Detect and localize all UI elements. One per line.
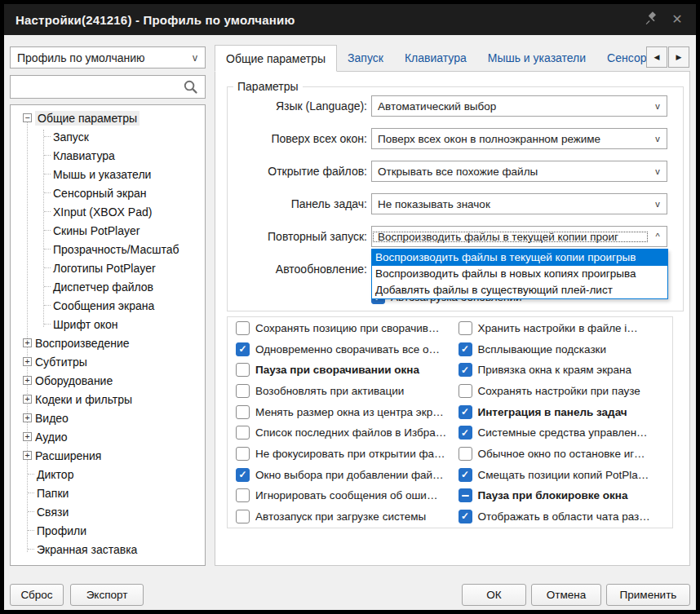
tab-scrollers: ◀ ▶ bbox=[646, 46, 689, 68]
checkbox-checked: ✓ bbox=[459, 405, 472, 419]
tree-item-диктор[interactable]: Диктор bbox=[11, 465, 205, 484]
plus-icon[interactable]: + bbox=[23, 338, 32, 347]
checkbox-option[interactable]: Не фокусировать при открытии фа… bbox=[236, 447, 450, 461]
tree-item-диспетчер-файлов[interactable]: Диспетчер файлов bbox=[11, 277, 205, 296]
checkbox-option[interactable]: ✓Смещать позиции копий PotPla… bbox=[459, 468, 673, 482]
close-button[interactable]: ✕ bbox=[668, 11, 686, 29]
checkbox-option[interactable]: Пауза при блокировке окна bbox=[459, 488, 673, 502]
param-combo-4[interactable]: Воспроизводить файлы в текущей копии про… bbox=[371, 226, 667, 247]
cancel-button[interactable]: Отмена bbox=[531, 584, 601, 606]
tree-item-скины-potplayer[interactable]: Скины PotPlayer bbox=[11, 221, 205, 240]
tree-item-запуск[interactable]: Запуск bbox=[11, 127, 205, 146]
parameters-group-legend: Параметры bbox=[233, 80, 303, 93]
checkbox-option[interactable]: Возобновлять при активации bbox=[236, 384, 450, 398]
checkbox-option[interactable]: Обычное окно по остановке иг… bbox=[459, 447, 673, 461]
tree-item-клавиатура[interactable]: Клавиатура bbox=[11, 146, 205, 165]
checkbox-option[interactable]: ✓Одновременно сворачивать все о… bbox=[236, 342, 450, 356]
check-icon: ✓ bbox=[461, 407, 469, 417]
checkbox-label: Не фокусировать при открытии фа… bbox=[255, 448, 445, 460]
tree-item-видео[interactable]: +Видео bbox=[11, 409, 205, 427]
tab-сенсор[interactable]: Сенсор bbox=[596, 45, 646, 71]
tree-item-кодеки-и-фильтры[interactable]: +Кодеки и фильтры bbox=[11, 390, 205, 409]
checkbox-label: Сохранять настройки при паузе bbox=[478, 385, 640, 397]
search-box bbox=[10, 75, 206, 99]
search-icon bbox=[183, 79, 198, 95]
param-label: Автообновление: bbox=[224, 263, 367, 276]
param-label: Язык (Language): bbox=[224, 99, 367, 113]
tree-item-xinput-xbox-pad-[interactable]: XInput (XBOX Pad) bbox=[11, 202, 205, 221]
checkbox-option[interactable]: Список последних файлов в Избра… bbox=[236, 426, 450, 440]
checkbox-option[interactable]: ✓Отображать в области чата раз… bbox=[459, 510, 673, 523]
tree-item-сенсорный-экран[interactable]: Сенсорный экран bbox=[11, 183, 205, 202]
checkbox-option[interactable]: Пауза при сворачивании окна bbox=[236, 363, 450, 377]
tree-item-логотипы-potplayer[interactable]: Логотипы PotPlayer bbox=[11, 258, 205, 277]
plus-icon[interactable]: + bbox=[23, 395, 32, 404]
checkbox-option[interactable]: Менять размер окна из центра экр… bbox=[236, 405, 450, 419]
tree-item-профили[interactable]: Профили bbox=[11, 521, 205, 540]
param-combo-3[interactable]: Не показывать значокv bbox=[371, 193, 667, 214]
checkbox-option[interactable]: Автозапуск при загрузке системы bbox=[236, 510, 450, 523]
checkbox-checked: ✓ bbox=[459, 468, 472, 482]
checkbox-option[interactable]: ✓Интеграция в панель задач bbox=[459, 405, 673, 419]
checkbox-label: Одновременно сворачивать все о… bbox=[255, 343, 440, 356]
plus-icon[interactable]: + bbox=[23, 432, 32, 441]
tree-item-папки[interactable]: Папки bbox=[11, 484, 205, 502]
tree-item-мышь-и-указатели[interactable]: Мышь и указатели bbox=[11, 165, 205, 183]
param-combo-0[interactable]: Автоматический выборv bbox=[371, 95, 667, 117]
plus-icon[interactable]: + bbox=[23, 413, 32, 422]
tree-item-аудио[interactable]: +Аудио bbox=[11, 427, 205, 446]
tab-scroll-left-button[interactable]: ◀ bbox=[646, 46, 667, 68]
param-label: Поверх всех окон: bbox=[224, 132, 367, 145]
plus-icon[interactable]: + bbox=[23, 357, 32, 366]
checkbox-label: Хранить настройки в файле i… bbox=[478, 322, 638, 334]
param-combo-2[interactable]: Открывать все похожие файлыv bbox=[371, 161, 667, 182]
chevron-down-icon: v bbox=[649, 199, 667, 209]
plus-icon[interactable]: + bbox=[23, 451, 32, 460]
tab-клавиатура[interactable]: Клавиатура bbox=[394, 45, 477, 71]
tree-item-связи[interactable]: Связи bbox=[11, 502, 205, 521]
checkbox-label: Пауза при блокировке окна bbox=[478, 489, 628, 501]
ok-button[interactable]: ОК bbox=[462, 584, 526, 606]
tree-item-экранная-заставка[interactable]: Экранная заставка bbox=[11, 540, 205, 559]
tree-item-оборудование[interactable]: +Оборудование bbox=[11, 371, 205, 390]
checkbox-option[interactable]: ✓Системные средства управлен… bbox=[459, 426, 673, 440]
checkbox-option[interactable]: ✓Привязка окна к краям экрана bbox=[459, 363, 673, 377]
search-input[interactable] bbox=[11, 76, 183, 98]
tree-item-прозрачность-масштаб[interactable]: Прозрачность/Масштаб bbox=[11, 240, 205, 258]
tree-item-расширения[interactable]: +Расширения bbox=[11, 446, 205, 465]
checkbox-option[interactable]: Игнорировать сообщения об оши… bbox=[236, 488, 450, 502]
checkbox-option[interactable]: Сохранять настройки при паузе bbox=[459, 384, 673, 398]
tree-item-субтитры[interactable]: +Субтитры bbox=[11, 352, 205, 371]
param-combo-1[interactable]: Поверх всех окон в полноэкранном режимеv bbox=[371, 128, 667, 149]
minus-icon[interactable]: − bbox=[23, 113, 32, 122]
checkbox-option[interactable]: Сохранять позицию при сворачив… bbox=[236, 321, 450, 335]
param-label: Повторный запуск: bbox=[224, 230, 367, 243]
checkbox-option[interactable]: ✓Окно выбора при добавлении фай… bbox=[236, 468, 450, 482]
droplist-item[interactable]: Воспроизводить файлы в новых копиях прои… bbox=[372, 266, 667, 282]
plus-icon[interactable]: + bbox=[23, 376, 32, 385]
tab-scroll-right-button[interactable]: ▶ bbox=[668, 46, 689, 68]
tab-мышь-и-указатели[interactable]: Мышь и указатели bbox=[477, 45, 596, 71]
export-button[interactable]: Экспорт bbox=[70, 584, 144, 606]
chevron-down-icon: v bbox=[649, 134, 667, 144]
tab-общие-параметры[interactable]: Общие параметры bbox=[215, 45, 337, 72]
tree-connector bbox=[28, 549, 34, 550]
checkbox-unchecked bbox=[459, 384, 472, 398]
titlebar[interactable]: Настройки(241216) - Профиль по умолчанию… bbox=[4, 4, 696, 35]
checkbox-unchecked bbox=[236, 447, 250, 461]
tree-item-шрифт-окон[interactable]: Шрифт окон bbox=[11, 315, 205, 334]
tree-item-сообщения-экрана[interactable]: Сообщения экрана bbox=[11, 296, 205, 315]
profile-select[interactable]: Профиль по умолчанию v bbox=[10, 46, 206, 68]
checkbox-option[interactable]: Хранить настройки в файле i… bbox=[459, 321, 673, 335]
apply-button[interactable]: Применить bbox=[606, 584, 690, 606]
droplist-item[interactable]: Воспроизводить файлы в текущей копии про… bbox=[372, 250, 667, 266]
checkbox-option[interactable]: ✓Всплывающие подсказки bbox=[459, 342, 673, 356]
pin-button[interactable] bbox=[642, 11, 660, 29]
droplist-item[interactable]: Добавлять файлы в существующий плей-лист bbox=[372, 282, 667, 298]
tree-item-label: Скины PotPlayer bbox=[53, 224, 140, 237]
tree-item-общие-параметры[interactable]: −Общие параметры bbox=[11, 108, 205, 127]
checkbox-label: Пауза при сворачивании окна bbox=[255, 364, 419, 376]
tree-item-воспроизведение[interactable]: +Воспроизведение bbox=[11, 334, 205, 352]
reset-button[interactable]: Сброс bbox=[10, 584, 64, 606]
tab-запуск[interactable]: Запуск bbox=[337, 45, 394, 71]
